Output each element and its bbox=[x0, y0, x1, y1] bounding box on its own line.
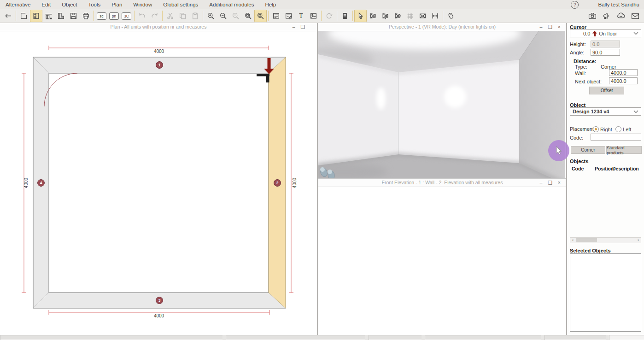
menu-additional-modules[interactable]: Additional modules bbox=[204, 2, 259, 7]
placement-right-option[interactable]: Right bbox=[593, 126, 612, 132]
minimize-icon[interactable]: – bbox=[293, 23, 295, 30]
minimize-icon[interactable]: – bbox=[540, 179, 543, 186]
menu-global-settings[interactable]: Global settings bbox=[158, 2, 204, 7]
dim-right: 4000 bbox=[292, 177, 297, 188]
item-list-icon[interactable] bbox=[339, 10, 351, 22]
mail-icon[interactable] bbox=[629, 10, 641, 22]
menu-plan[interactable]: Plan bbox=[106, 2, 128, 7]
image-tool-icon[interactable] bbox=[307, 10, 320, 22]
print-icon[interactable] bbox=[80, 10, 92, 22]
save-icon[interactable] bbox=[67, 10, 80, 22]
measure-icon[interactable] bbox=[429, 10, 441, 22]
toolbar-separator bbox=[337, 11, 337, 21]
code-label: Code: bbox=[570, 135, 583, 141]
corner-unit-view-icon[interactable] bbox=[55, 10, 67, 22]
distance-section-label: Distance: bbox=[574, 59, 597, 64]
toolbar: sc pn 3C T bbox=[0, 9, 644, 23]
scroll-right-icon[interactable]: › bbox=[636, 238, 641, 243]
radio-right[interactable] bbox=[593, 126, 599, 132]
corner-button[interactable]: Corner bbox=[571, 146, 605, 154]
toolbar-separator bbox=[162, 11, 163, 21]
back-icon[interactable] bbox=[2, 10, 14, 22]
offset-button[interactable]: Offset bbox=[589, 87, 624, 94]
radio-left[interactable] bbox=[615, 126, 621, 132]
pn-icon[interactable]: pn bbox=[108, 10, 120, 22]
menu-object[interactable]: Object bbox=[56, 2, 82, 7]
3c-icon[interactable]: 3C bbox=[120, 10, 133, 22]
placement-left-option[interactable]: Left bbox=[615, 126, 631, 132]
status-segment bbox=[544, 335, 606, 340]
cut-icon bbox=[164, 10, 176, 22]
camera-icon[interactable] bbox=[586, 10, 598, 22]
menu-window[interactable]: Window bbox=[128, 2, 158, 7]
sc-icon[interactable]: sc bbox=[95, 10, 108, 22]
height-input bbox=[591, 41, 620, 47]
menu-tools[interactable]: Tools bbox=[82, 2, 106, 7]
status-segment bbox=[226, 335, 365, 340]
application-window: Alternative Edit Object Tools Plan Windo… bbox=[0, 0, 644, 340]
angle-input[interactable] bbox=[591, 49, 620, 56]
zoom-in-icon[interactable] bbox=[205, 10, 217, 22]
menu-alternative[interactable]: Alternative bbox=[0, 2, 36, 7]
close-icon[interactable]: × bbox=[558, 23, 561, 30]
plan-titlebar[interactable]: Plan - All units with position nr and me… bbox=[0, 23, 317, 31]
selected-objects-list[interactable] bbox=[570, 253, 641, 332]
megaphone-icon[interactable] bbox=[600, 10, 613, 22]
cursor-mode-dropdown[interactable]: 0.0 On floor bbox=[570, 29, 641, 37]
wall-distance-input[interactable] bbox=[609, 69, 638, 76]
mouse-settings-icon[interactable] bbox=[445, 10, 457, 22]
minimize-icon[interactable]: – bbox=[540, 23, 543, 30]
object-dropdown[interactable]: Design 1234 v4 bbox=[570, 107, 641, 116]
scroll-left-icon[interactable]: ‹ bbox=[570, 238, 575, 243]
elevation-view-icon[interactable] bbox=[30, 10, 42, 22]
view-room-icon[interactable] bbox=[416, 10, 429, 22]
menu-help[interactable]: Help bbox=[259, 2, 281, 7]
zoom-out-icon[interactable] bbox=[217, 10, 229, 22]
text-tool-icon[interactable]: T bbox=[295, 10, 307, 22]
help-icon[interactable]: ? bbox=[571, 1, 579, 9]
objects-col-description: Description bbox=[612, 166, 639, 171]
room-walls bbox=[33, 57, 286, 308]
view-wall-right-icon[interactable] bbox=[392, 10, 404, 22]
properties-sidebar: Cursor 0.0 On floor Height: Angle: Dista… bbox=[566, 23, 644, 335]
objects-horizontal-scrollbar[interactable]: ‹ › bbox=[570, 237, 641, 243]
front-elevation-window-title: Front Elevation - 1 : Wall - 2. Elevatio… bbox=[318, 180, 566, 185]
chevron-down-icon bbox=[633, 110, 638, 113]
scrollbar-thumb[interactable] bbox=[576, 238, 597, 242]
grid-icon bbox=[404, 10, 416, 22]
maximize-icon[interactable]: ❑ bbox=[548, 179, 552, 186]
note-icon[interactable] bbox=[270, 10, 282, 22]
menu-edit[interactable]: Edit bbox=[36, 2, 56, 7]
status-segment bbox=[0, 335, 222, 340]
zoom-all-icon[interactable] bbox=[254, 10, 267, 22]
zoom-window-icon[interactable] bbox=[242, 10, 254, 22]
note-edit-icon[interactable] bbox=[282, 10, 295, 22]
status-segment bbox=[425, 335, 541, 340]
plan-canvas[interactable]: 4000 4000 4000 4000 1 2 3 4 bbox=[0, 31, 317, 335]
objects-col-position: Position bbox=[595, 166, 614, 171]
unit-front-view-icon[interactable] bbox=[42, 10, 55, 22]
next-object-input[interactable] bbox=[609, 77, 638, 84]
plan-view-icon[interactable] bbox=[18, 10, 30, 22]
perspective-render[interactable] bbox=[318, 31, 565, 178]
standard-products-button[interactable]: Standard products bbox=[606, 146, 642, 154]
front-elevation-canvas[interactable] bbox=[318, 187, 566, 335]
close-icon[interactable]: × bbox=[558, 179, 561, 186]
wall-distance-label: Wall: bbox=[575, 70, 586, 76]
pointer-tool-icon[interactable] bbox=[354, 10, 367, 22]
dim-left: 4000 bbox=[23, 177, 29, 188]
cloud-icon[interactable] bbox=[615, 10, 627, 22]
maximize-icon[interactable]: ❑ bbox=[548, 23, 552, 30]
position-marker-1: 1 bbox=[156, 62, 163, 69]
distance-type-label: Type: bbox=[575, 64, 587, 70]
view-wall-left-icon[interactable] bbox=[367, 10, 379, 22]
code-input[interactable] bbox=[591, 134, 641, 141]
toolbar-separator bbox=[268, 11, 269, 21]
perspective-window: Perspective - 1 (VR Mode): Day (interior… bbox=[318, 23, 566, 178]
view-wall-center-icon[interactable] bbox=[379, 10, 392, 22]
objects-list[interactable] bbox=[570, 172, 641, 236]
perspective-titlebar[interactable]: Perspective - 1 (VR Mode): Day (interior… bbox=[318, 23, 566, 31]
objects-section-label: Objects bbox=[570, 158, 588, 164]
maximize-icon[interactable]: ❑ bbox=[301, 23, 305, 30]
front-elevation-titlebar[interactable]: Front Elevation - 1 : Wall - 2. Elevatio… bbox=[318, 179, 566, 187]
